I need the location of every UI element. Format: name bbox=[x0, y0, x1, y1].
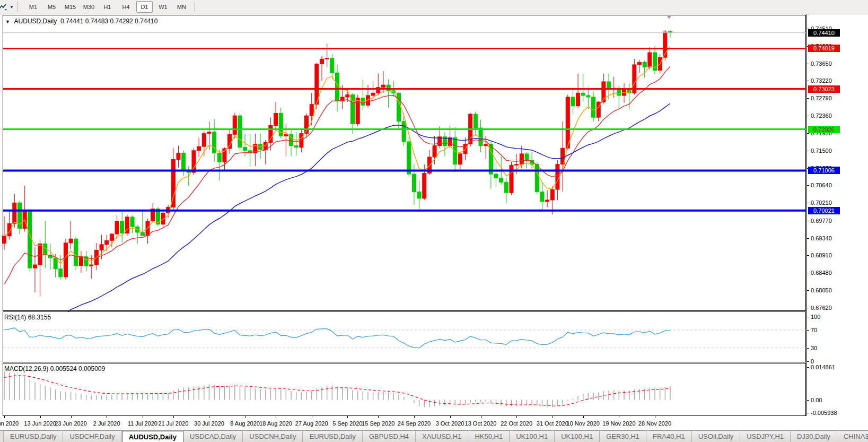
axis-tick-mark bbox=[807, 330, 809, 331]
chart-mode-icon[interactable] bbox=[0, 3, 8, 11]
axis-tick-mark bbox=[807, 64, 809, 64]
date-tick-mark bbox=[378, 416, 379, 418]
date-axis-label: 19 Nov 2020 bbox=[602, 420, 635, 427]
timeframe-button-m15[interactable]: M15 bbox=[62, 1, 78, 13]
axis-tick-mark bbox=[807, 317, 809, 317]
one-click-collapse-caret[interactable]: ▼ bbox=[5, 19, 10, 24]
macd-pane-border bbox=[3, 363, 806, 416]
price-chart-pane[interactable] bbox=[0, 14, 806, 311]
price-axis-tick: 0.00 bbox=[811, 397, 822, 403]
chart-tab-xauusd-h1[interactable]: XAUUSD,H1 bbox=[416, 431, 468, 442]
axis-tick-mark bbox=[807, 413, 809, 413]
price-axis-tick: 0.014861 bbox=[811, 364, 835, 370]
chart-title-symbol: AUDUSD,Daily bbox=[14, 18, 57, 25]
chart-tab-usdchf-daily[interactable]: USDCHF,Daily bbox=[63, 431, 121, 442]
chart-tab-fra40-h1[interactable]: FRA40,H1 bbox=[646, 431, 692, 442]
chart-tab-usdcnh-daily[interactable]: USDCNH,Daily bbox=[243, 431, 303, 442]
date-tick-mark bbox=[209, 416, 209, 418]
date-tick-mark bbox=[450, 416, 451, 418]
rsi-label: RSI(14) 68.3155 bbox=[4, 314, 51, 321]
price-axis-tick: 100 bbox=[811, 314, 820, 320]
date-tick-mark bbox=[40, 416, 41, 418]
chart-tab-uk100-h1[interactable]: UK100,H1 bbox=[510, 431, 555, 442]
rsi-indicator-pane[interactable] bbox=[0, 311, 806, 363]
date-tick-mark bbox=[276, 416, 276, 418]
date-axis-label: 3 Oct 2020 bbox=[436, 420, 464, 427]
axis-tick-mark bbox=[807, 116, 809, 116]
axis-tick-mark bbox=[807, 400, 809, 401]
date-axis-label: 21 Jul 2020 bbox=[158, 420, 188, 427]
chart-tab-bar: EURUSD,DailyUSDCHF,DailyAUDUSD,DailyUSDC… bbox=[0, 430, 868, 442]
date-tick-mark bbox=[516, 416, 517, 418]
date-axis-label: 8 Aug 2020 bbox=[230, 420, 260, 427]
chart-tab-gbpusd-h4[interactable]: GBPUSD,H4 bbox=[363, 431, 416, 442]
toolbar-separator bbox=[194, 2, 195, 12]
date-axis[interactable]: 4 Jun 202013 Jun 202023 Jun 20202 Jul 20… bbox=[0, 416, 806, 430]
date-axis-label: 30 Jul 2020 bbox=[194, 420, 224, 427]
chart-tab-eurusd-daily[interactable]: EURUSD,Daily bbox=[3, 431, 63, 442]
top-toolbar: ▼ M1M5M15M30H1H4D1W1MN bbox=[0, 0, 868, 14]
axis-tick-mark bbox=[807, 151, 809, 151]
date-axis-label: 4 Jun 2020 bbox=[0, 420, 19, 427]
chart-tab-usdjpy-h1[interactable]: USDJPY,H1 bbox=[740, 431, 791, 442]
chart-title-ohlc: 0.74441 0.74483 0.74292 0.74410 bbox=[60, 18, 158, 25]
chart-tab-ger30-h1[interactable]: GER30,H1 bbox=[600, 431, 646, 442]
timeframe-button-d1[interactable]: D1 bbox=[136, 1, 153, 13]
timeframe-button-m1[interactable]: M1 bbox=[25, 1, 41, 13]
date-tick-mark bbox=[71, 416, 72, 418]
date-tick-mark bbox=[481, 416, 481, 418]
date-axis-label: 13 Jun 2020 bbox=[24, 420, 56, 427]
price-axis-tick: 0.72790 bbox=[811, 95, 832, 101]
level-price-badge: 0.71006 bbox=[808, 167, 840, 174]
price-axis[interactable]: 0.745100.740800.736500.732200.727900.723… bbox=[806, 14, 868, 416]
timeframe-button-h4[interactable]: H4 bbox=[118, 1, 134, 13]
axis-tick-mark bbox=[807, 238, 809, 239]
main-pane-border bbox=[3, 15, 806, 311]
rsi-name: RSI(14) bbox=[4, 314, 26, 321]
chart-tab-eurusd-daily[interactable]: EURUSD,Daily bbox=[303, 431, 362, 442]
chart-tab-usdcad-daily[interactable]: USDCAD,Daily bbox=[183, 431, 243, 442]
date-tick-mark bbox=[553, 416, 553, 418]
axis-tick-mark bbox=[807, 290, 809, 291]
chart-tab-usoil-daily[interactable]: USOil,Daily bbox=[692, 431, 740, 442]
timeframe-button-mn[interactable]: MN bbox=[173, 1, 190, 13]
timeframe-button-w1[interactable]: W1 bbox=[155, 1, 171, 13]
chart-tab-dj30-daily[interactable]: DJ30,Daily bbox=[791, 431, 837, 442]
timeframe-button-m30[interactable]: M30 bbox=[81, 1, 97, 13]
date-axis-label: 27 Aug 2020 bbox=[295, 420, 328, 427]
chart-tab-audusd-daily[interactable]: AUDUSD,Daily bbox=[122, 431, 183, 442]
axis-tick-mark bbox=[807, 185, 809, 186]
chart-mode-dropdown-caret[interactable]: ▼ bbox=[10, 5, 14, 10]
current-price-badge: 0.74410 bbox=[808, 29, 840, 37]
date-tick-mark bbox=[655, 416, 655, 418]
chart-tab-hk50-h1[interactable]: HK50,H1 bbox=[468, 431, 510, 442]
date-axis-label: 22 Oct 2020 bbox=[501, 420, 532, 427]
axis-tick-mark bbox=[807, 367, 809, 368]
date-tick-mark bbox=[414, 416, 415, 418]
date-axis-label: 28 Nov 2020 bbox=[638, 420, 671, 427]
timeframe-button-h1[interactable]: H1 bbox=[99, 1, 116, 13]
price-axis-tick: 0.68480 bbox=[811, 270, 832, 276]
chart-tab-uk100-h1[interactable]: UK100,H1 bbox=[555, 431, 600, 442]
macd-indicator-pane[interactable] bbox=[0, 363, 806, 416]
chart-title: ▼ AUDUSD,Daily 0.74441 0.74483 0.74292 0… bbox=[5, 18, 157, 25]
price-axis-tick: 0.73220 bbox=[811, 77, 832, 84]
date-axis-label: 15 Sep 2020 bbox=[362, 420, 394, 427]
price-axis-tick: 0.69770 bbox=[811, 218, 832, 224]
timeframe-button-m5[interactable]: M5 bbox=[43, 1, 60, 13]
axis-tick-mark bbox=[807, 361, 809, 362]
date-tick-mark bbox=[143, 416, 143, 418]
price-axis-tick: 0.68910 bbox=[811, 252, 832, 258]
axis-tick-mark bbox=[807, 133, 809, 134]
date-tick-mark bbox=[619, 416, 619, 418]
chart-tab-china300-h1[interactable]: CHINA300,H1 bbox=[837, 431, 868, 442]
rsi-value: 68.3155 bbox=[28, 314, 51, 321]
price-axis-tick: 0.67620 bbox=[811, 305, 832, 311]
price-axis-tick: 30 bbox=[811, 345, 817, 351]
date-axis-label: 11 Jul 2020 bbox=[128, 420, 157, 427]
axis-tick-mark bbox=[807, 348, 809, 349]
timeframe-buttons: M1M5M15M30H1H4D1W1MN bbox=[24, 1, 191, 13]
toolbar-grip[interactable] bbox=[17, 2, 21, 12]
date-tick-mark bbox=[312, 416, 312, 418]
price-axis-tick: 0.70640 bbox=[811, 182, 832, 188]
